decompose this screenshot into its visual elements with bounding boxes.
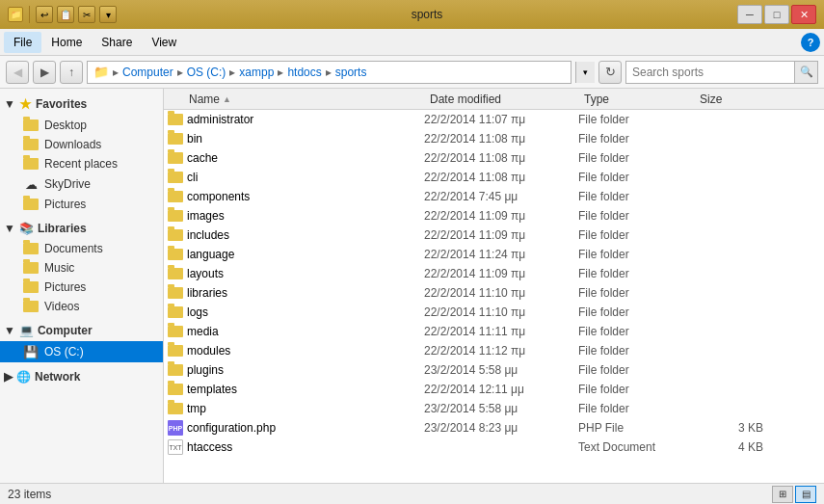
- folder-icon: [168, 364, 183, 376]
- path-dropdown[interactable]: ▾: [575, 62, 595, 83]
- file-type: File folder: [578, 171, 694, 184]
- table-row[interactable]: cache 22/2/2014 11:08 πμ File folder: [164, 148, 824, 168]
- minimize-button[interactable]: ─: [737, 5, 762, 24]
- col-header-date[interactable]: Date modified: [426, 93, 580, 106]
- folder-icon: [168, 384, 183, 395]
- quick-access-btn3[interactable]: ✂: [78, 6, 95, 23]
- col-header-size[interactable]: Size: [696, 93, 773, 106]
- favorites-section: ▼ ★ Favorites Desktop Downloads Recent p…: [0, 93, 163, 214]
- back-button[interactable]: ◀: [6, 61, 29, 84]
- table-row[interactable]: TXT htaccess Text Document 4 KB: [164, 438, 824, 457]
- sidebar-item-downloads[interactable]: Downloads: [0, 135, 163, 154]
- list-view-btn[interactable]: ⊞: [772, 486, 793, 503]
- sidebar-item-videos[interactable]: Videos: [0, 297, 163, 316]
- quick-access-dropdown[interactable]: ▾: [99, 6, 117, 23]
- refresh-button[interactable]: ↻: [598, 61, 622, 84]
- file-name: libraries: [187, 286, 424, 300]
- file-name: language: [187, 248, 424, 261]
- forward-button[interactable]: ▶: [33, 61, 56, 84]
- address-path[interactable]: 📁 ▸ Computer ▸ OS (C:) ▸ xampp ▸ htdocs …: [87, 61, 571, 84]
- table-row[interactable]: PHP configuration.php 23/2/2014 8:23 μμ …: [164, 418, 824, 438]
- menu-share[interactable]: Share: [92, 32, 142, 53]
- libraries-section: ▼ 📚 Libraries Documents Music Pictures V…: [0, 218, 163, 316]
- menu-file[interactable]: File: [4, 32, 41, 53]
- file-date: 22/2/2014 11:09 πμ: [424, 267, 578, 280]
- sidebar-item-pictures-lib[interactable]: Pictures: [0, 278, 163, 297]
- sidebar-item-pictures[interactable]: Pictures: [0, 195, 163, 214]
- maximize-button[interactable]: □: [764, 5, 789, 24]
- table-row[interactable]: plugins 23/2/2014 5:58 μμ File folder: [164, 360, 824, 380]
- table-row[interactable]: includes 22/2/2014 11:09 πμ File folder: [164, 225, 824, 245]
- file-date: 22/2/2014 11:08 πμ: [424, 132, 578, 146]
- table-row[interactable]: logs 22/2/2014 11:10 πμ File folder: [164, 303, 824, 322]
- sidebar-item-label: Documents: [44, 242, 103, 255]
- file-type: File folder: [578, 286, 694, 300]
- close-button[interactable]: ✕: [791, 5, 816, 24]
- menu-view[interactable]: View: [142, 32, 186, 53]
- table-row[interactable]: bin 22/2/2014 11:08 πμ File folder: [164, 129, 824, 148]
- col-header-type[interactable]: Type: [580, 93, 696, 106]
- sidebar-item-documents[interactable]: Documents: [0, 239, 163, 258]
- search-box[interactable]: 🔍: [625, 61, 818, 84]
- path-computer[interactable]: Computer: [122, 66, 173, 79]
- sidebar-item-skydrive[interactable]: ☁ SkyDrive: [0, 173, 163, 195]
- sidebar-item-music[interactable]: Music: [0, 258, 163, 278]
- file-type: File folder: [578, 344, 694, 358]
- help-button[interactable]: ?: [801, 33, 820, 52]
- libraries-header[interactable]: ▼ 📚 Libraries: [0, 218, 163, 239]
- sidebar: ▼ ★ Favorites Desktop Downloads Recent p…: [0, 89, 164, 483]
- path-htdocs[interactable]: htdocs: [287, 66, 321, 79]
- details-view-btn[interactable]: ▤: [795, 486, 816, 503]
- file-name: includes: [187, 228, 424, 242]
- table-row[interactable]: cli 22/2/2014 11:08 πμ File folder: [164, 168, 824, 187]
- table-row[interactable]: templates 22/2/2014 12:11 μμ File folder: [164, 380, 824, 399]
- documents-icon: [23, 243, 39, 254]
- sidebar-item-label: Desktop: [44, 119, 87, 132]
- sidebar-item-recent[interactable]: Recent places: [0, 154, 163, 173]
- path-folder-icon: 📁: [93, 65, 109, 79]
- folder-icon: [168, 306, 183, 318]
- drive-icon: 💾: [23, 344, 39, 359]
- table-row[interactable]: layouts 22/2/2014 11:09 πμ File folder: [164, 264, 824, 283]
- network-header[interactable]: ▶ 🌐 Network: [0, 366, 163, 387]
- path-drive[interactable]: OS (C:): [187, 66, 226, 79]
- table-row[interactable]: components 22/2/2014 7:45 μμ File folder: [164, 187, 824, 206]
- table-row[interactable]: tmp 23/2/2014 5:58 μμ File folder: [164, 399, 824, 418]
- file-date: 22/2/2014 11:09 πμ: [424, 228, 578, 242]
- file-list: administrator 22/2/2014 11:07 πμ File fo…: [164, 110, 824, 483]
- search-button[interactable]: 🔍: [794, 62, 817, 83]
- folder-icon: [168, 326, 183, 337]
- sidebar-item-desktop[interactable]: Desktop: [0, 116, 163, 135]
- file-name: bin: [187, 132, 424, 146]
- table-row[interactable]: images 22/2/2014 11:09 πμ File folder: [164, 206, 824, 225]
- table-row[interactable]: modules 22/2/2014 11:12 πμ File folder: [164, 341, 824, 360]
- path-sports[interactable]: sports: [335, 66, 367, 79]
- libraries-icon: 📚: [19, 222, 34, 235]
- menu-home[interactable]: Home: [41, 32, 92, 53]
- file-date: 22/2/2014 11:11 πμ: [424, 325, 578, 338]
- computer-label: Computer: [38, 324, 93, 337]
- path-sep4: ▸: [278, 66, 283, 79]
- file-name: plugins: [187, 363, 424, 377]
- quick-access-btn1[interactable]: ↩: [36, 6, 53, 23]
- up-button[interactable]: ↑: [60, 61, 83, 84]
- file-size: 3 KB: [694, 421, 771, 435]
- file-type: File folder: [578, 363, 694, 377]
- quick-access-btn2[interactable]: 📋: [57, 6, 74, 23]
- network-label: Network: [35, 370, 80, 384]
- sidebar-item-osc[interactable]: 💾 OS (C:): [0, 341, 163, 362]
- computer-header[interactable]: ▼ 💻 Computer: [0, 320, 163, 341]
- sidebar-item-label: Music: [44, 261, 74, 275]
- col-header-name[interactable]: Name ▲: [185, 93, 426, 106]
- file-name: templates: [187, 383, 424, 396]
- favorites-label: Favorites: [36, 97, 87, 111]
- view-toggle: ⊞ ▤: [772, 486, 816, 503]
- table-row[interactable]: media 22/2/2014 11:11 πμ File folder: [164, 322, 824, 341]
- table-row[interactable]: administrator 22/2/2014 11:07 πμ File fo…: [164, 110, 824, 129]
- search-input[interactable]: [626, 66, 794, 79]
- favorites-header[interactable]: ▼ ★ Favorites: [0, 93, 163, 116]
- table-row[interactable]: language 22/2/2014 11:24 πμ File folder: [164, 245, 824, 264]
- path-xampp[interactable]: xampp: [239, 66, 274, 79]
- item-count: 23 items: [8, 488, 51, 501]
- table-row[interactable]: libraries 22/2/2014 11:10 πμ File folder: [164, 283, 824, 303]
